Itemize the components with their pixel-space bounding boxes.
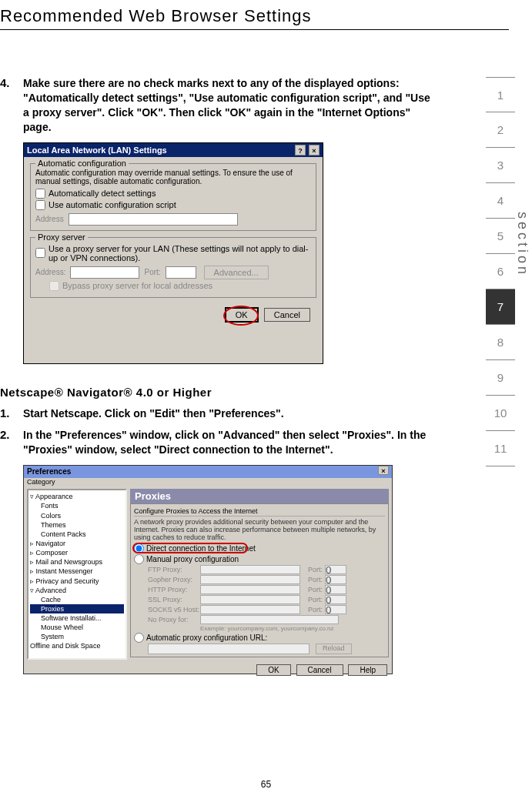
pref-main-panel: Proxies Configure Proxies to Access the …: [130, 489, 389, 660]
proxy-port-input: [166, 266, 196, 279]
step-text: Make sure there are no check marks next …: [23, 76, 431, 135]
cancel-button[interactable]: Cancel: [264, 308, 310, 322]
section-tab-11[interactable]: 11: [486, 431, 515, 466]
auto-proxy-radio[interactable]: [134, 633, 144, 643]
auto-config-label: Automatic configuration: [35, 159, 129, 168]
tree-advanced[interactable]: ▿ Advanced: [30, 586, 124, 595]
step-number: 1.: [0, 406, 23, 421]
section-tab-8[interactable]: 8: [486, 325, 515, 360]
pref-title-text: Preferences: [27, 466, 71, 478]
http-label: HTTP Proxy:: [148, 586, 200, 593]
red-highlight-circle: [223, 306, 259, 326]
tree-cache[interactable]: Cache: [30, 595, 124, 604]
section-label: section: [514, 212, 530, 277]
gopher-port: [325, 575, 346, 584]
section-tab-10[interactable]: 10: [486, 396, 515, 431]
step-number: 2.: [0, 428, 23, 457]
pref-titlebar: Preferences ×: [24, 466, 392, 478]
auto-config-group: Automatic configuration Automatic config…: [30, 163, 316, 231]
example-text: Example: yourcompany.com, yourcompany.co…: [200, 625, 334, 632]
help-button[interactable]: Help: [348, 664, 387, 676]
auto-url-input: [148, 644, 309, 654]
page-title: Recommended Web Browser Settings: [0, 0, 509, 30]
tree-appearance[interactable]: ▿ Appearance: [30, 492, 124, 501]
auto-script-label: Use automatic configuration script: [49, 200, 176, 209]
socks-port: [325, 605, 346, 614]
tree-im[interactable]: ▹ Instant Messenger: [30, 567, 124, 576]
lan-dialog: Local Area Network (LAN) Settings ? × Au…: [23, 142, 323, 364]
tree-mouse[interactable]: Mouse Wheel: [30, 623, 124, 632]
tree-proxies[interactable]: Proxies: [30, 604, 124, 613]
advanced-button: Advanced...: [204, 266, 269, 279]
proxy-group-label: Proxy server: [35, 232, 88, 242]
auto-script-checkbox[interactable]: [35, 200, 45, 210]
ok-button[interactable]: OK: [256, 664, 290, 676]
http-port: [325, 585, 346, 594]
bypass-label: Bypass proxy server for local addresses: [62, 281, 212, 290]
category-tree[interactable]: ▿ Appearance Fonts Colors Themes Content…: [27, 489, 127, 660]
gopher-label: Gopher Proxy:: [148, 576, 200, 583]
section-tab-5[interactable]: 5: [486, 219, 515, 254]
section-tab-3[interactable]: 3: [486, 148, 515, 183]
section-tab-6[interactable]: 6: [486, 254, 515, 289]
section-tab-7[interactable]: 7: [486, 289, 515, 325]
panel-note: A network proxy provides additional secu…: [134, 518, 385, 541]
tree-themes[interactable]: Themes: [30, 520, 124, 530]
noproxy-label: No Proxy for:: [148, 616, 200, 623]
proxy-address-input: [70, 266, 139, 279]
auto-config-note: Automatic configuration may override man…: [35, 169, 311, 186]
section-tab-2[interactable]: 2: [486, 112, 515, 148]
manual-proxy-radio[interactable]: [134, 554, 144, 564]
category-label: Category: [24, 478, 392, 486]
reload-button: Reload: [316, 644, 352, 654]
ssl-label: SSL Proxy:: [148, 596, 200, 603]
ftp-input: [200, 565, 300, 574]
use-proxy-checkbox[interactable]: [35, 248, 45, 258]
main-content: 4. Make sure there are no check marks ne…: [0, 30, 477, 674]
close-icon[interactable]: ×: [378, 466, 389, 475]
gopher-input: [200, 575, 300, 584]
ssl-input: [200, 595, 300, 604]
panel-subtitle: Configure Proxies to Access the Internet: [134, 507, 385, 517]
auto-detect-checkbox[interactable]: [35, 189, 45, 199]
netscape-heading: Netscape® Navigator® 4.0 or Higher: [0, 386, 431, 399]
tree-colors[interactable]: Colors: [30, 511, 124, 520]
address-label: Address: [35, 215, 64, 223]
lan-dialog-titlebar: Local Area Network (LAN) Settings ? ×: [24, 143, 323, 157]
proxies-panel-title: Proxies: [130, 489, 389, 503]
bypass-checkbox: [49, 281, 59, 291]
tree-offline[interactable]: Offline and Disk Space: [30, 641, 124, 650]
tree-composer[interactable]: ▹ Composer: [30, 548, 124, 557]
section-tab-4[interactable]: 4: [486, 183, 515, 219]
section-tab-1[interactable]: 1: [486, 77, 515, 112]
close-icon[interactable]: ×: [309, 145, 320, 155]
tree-software[interactable]: Software Installati...: [30, 613, 124, 623]
tree-fonts[interactable]: Fonts: [30, 501, 124, 510]
ok-button[interactable]: OK: [225, 307, 259, 323]
cancel-button[interactable]: Cancel: [296, 664, 343, 676]
step-text: In the "Preferences" window, click on "A…: [23, 428, 431, 457]
lan-dialog-title: Local Area Network (LAN) Settings: [27, 143, 167, 157]
ssl-port: [325, 595, 346, 604]
ftp-label: FTP Proxy:: [148, 566, 200, 573]
help-icon[interactable]: ?: [295, 145, 306, 155]
auto-detect-label: Automatically detect settings: [49, 189, 156, 198]
address-input: [69, 213, 238, 226]
section-tabs: 1234567891011: [486, 77, 515, 466]
proxy-port-label: Port:: [144, 268, 160, 276]
preferences-dialog: Preferences × Category ▿ Appearance Font…: [23, 465, 393, 674]
tree-system[interactable]: System: [30, 632, 124, 641]
ftp-port: [325, 565, 346, 574]
page-number: 65: [0, 779, 532, 790]
section-tab-9[interactable]: 9: [486, 360, 515, 396]
tree-privacy[interactable]: ▹ Privacy and Security: [30, 577, 124, 586]
red-highlight-oval: [132, 543, 248, 553]
socks-input: [200, 605, 300, 614]
step-1: 1. Start Netscape. Click on "Edit" then …: [0, 406, 431, 421]
tree-navigator[interactable]: ▹ Navigator: [30, 539, 124, 548]
proxy-group: Proxy server Use a proxy server for your…: [30, 237, 316, 298]
tree-content-packs[interactable]: Content Packs: [30, 530, 124, 539]
step-text: Start Netscape. Click on "Edit" then "Pr…: [23, 406, 284, 421]
tree-mail[interactable]: ▹ Mail and Newsgroups: [30, 557, 124, 567]
lan-settings-screenshot: Local Area Network (LAN) Settings ? × Au…: [23, 142, 431, 364]
